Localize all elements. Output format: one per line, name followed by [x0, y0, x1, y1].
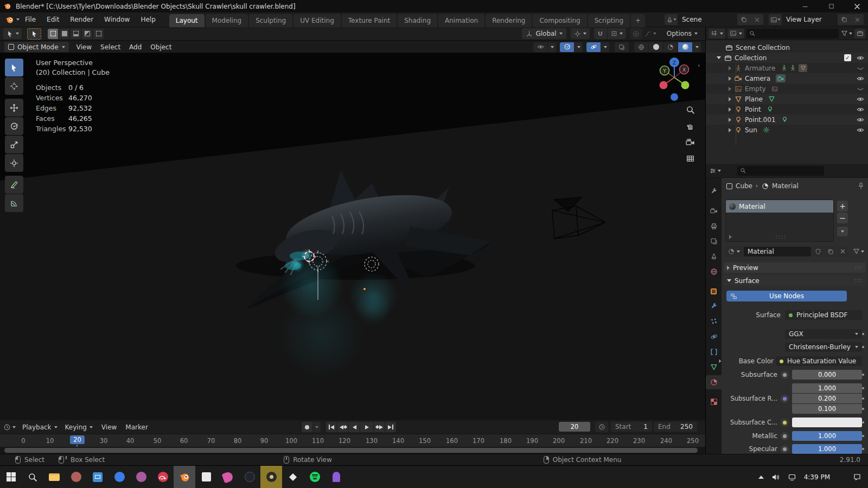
outliner-search[interactable] [746, 29, 839, 38]
maximize-button[interactable] [820, 0, 842, 12]
messenger-app-icon[interactable] [108, 466, 130, 488]
tool-rotate[interactable] [5, 117, 23, 135]
current-frame-field[interactable]: 20 [559, 422, 590, 432]
tool-transform[interactable] [5, 154, 23, 172]
auto-keying-dropdown[interactable] [313, 422, 321, 432]
add-workspace-button[interactable]: + [631, 14, 645, 27]
subsurface-method-dropdown[interactable]: Christensen-Burley [785, 342, 862, 352]
material-slot-selected[interactable]: Material [726, 200, 833, 213]
new-collection-button[interactable] [854, 29, 865, 38]
eye-open-icon[interactable] [857, 106, 864, 113]
eye-open-icon[interactable] [857, 54, 864, 62]
expand-icon[interactable] [729, 76, 731, 81]
taskbar-clock[interactable]: 4:39 PM [804, 473, 830, 481]
workspace-tab-animation[interactable]: Animation [438, 14, 484, 27]
prev-keyframe-button[interactable] [337, 422, 348, 432]
xray-toggle[interactable] [615, 42, 629, 52]
eye-closed-icon[interactable] [857, 85, 864, 93]
network-icon[interactable] [788, 473, 796, 481]
pan-view-icon[interactable] [686, 121, 695, 131]
viewport-menu-view[interactable]: View [72, 43, 96, 51]
mail-app-icon[interactable] [87, 466, 108, 488]
distribution-dropdown[interactable]: GGX [785, 329, 862, 339]
transform-orientation-dropdown[interactable]: Global [522, 28, 566, 39]
breadcrumb-datablock[interactable]: Material [772, 182, 799, 190]
select-mode-subtract[interactable] [71, 29, 81, 39]
camera-view-icon[interactable] [686, 138, 695, 147]
shading-material-button[interactable] [663, 42, 678, 52]
code-app-icon[interactable] [195, 466, 217, 488]
pivot-point-dropdown[interactable] [571, 28, 590, 39]
select-mode-intersect[interactable] [93, 29, 104, 39]
scrollbar-thumb[interactable] [4, 448, 698, 453]
viewport-menu-select[interactable]: Select [96, 43, 125, 51]
eye-closed-icon[interactable] [857, 65, 864, 72]
select-mode-set[interactable] [48, 29, 58, 39]
outliner-row-empty[interactable]: Empty [706, 84, 868, 94]
specular-socket-button[interactable] [781, 445, 789, 453]
3d-viewport[interactable]: User Perspective (20) Collection | Cube … [0, 53, 705, 420]
spotify-app-icon[interactable] [304, 466, 326, 488]
brush-app-icon[interactable] [217, 466, 239, 488]
outliner-row-scene-collection[interactable]: Scene Collection [706, 42, 868, 53]
tab-physics[interactable] [706, 330, 722, 344]
tool-scale[interactable] [5, 136, 23, 153]
start-frame-field[interactable]: Start1 [611, 422, 652, 432]
menu-help[interactable]: Help [135, 16, 161, 23]
radius-y-field[interactable]: 0.200 [792, 394, 862, 403]
hidden-icons-chevron[interactable] [758, 476, 764, 479]
outliner-display-mode-dropdown[interactable] [709, 29, 725, 38]
mode-dropdown[interactable]: Object Mode [4, 42, 69, 52]
jump-to-start-button[interactable] [326, 422, 337, 432]
material-name-field[interactable]: Material [744, 247, 811, 256]
pinterest-app-icon[interactable]: ⤼ [152, 466, 174, 488]
menu-file[interactable]: File [20, 16, 41, 23]
playhead-chip[interactable]: 20 [70, 435, 85, 444]
user-app-icon[interactable] [65, 466, 87, 488]
subsurface-color-swatch[interactable] [792, 418, 862, 427]
eye-open-icon[interactable] [857, 75, 864, 82]
sidebar-collapse-arrow[interactable]: ‹ [698, 62, 700, 69]
specular-slider[interactable]: 1.000 [792, 444, 862, 454]
tab-view-layer[interactable] [706, 234, 722, 248]
subsurface-color-socket-button[interactable] [781, 419, 789, 427]
radius-z-field[interactable]: 0.100 [792, 404, 862, 414]
scene-selector[interactable]: Scene [665, 14, 763, 25]
properties-editor-dropdown[interactable] [709, 167, 721, 175]
select-mode-extend[interactable] [59, 29, 69, 39]
eye-open-icon[interactable] [857, 95, 864, 103]
options-dropdown[interactable]: Options [667, 30, 698, 37]
workspace-tab-rendering[interactable]: Rendering [486, 14, 532, 27]
use-nodes-button[interactable]: Use Nodes [726, 291, 847, 301]
sparkle-app-icon[interactable] [282, 466, 304, 488]
timeline-ruler[interactable]: 0 10 20 30 40 50 60 70 80 90 100 110 120… [0, 434, 705, 447]
tab-scene[interactable] [706, 249, 722, 264]
workspace-tab-scripting[interactable]: Scripting [588, 14, 630, 27]
tweak-tool-button[interactable] [27, 28, 41, 40]
outliner-filter-id-dropdown[interactable] [727, 29, 744, 38]
expand-icon[interactable] [729, 128, 731, 132]
radius-x-field[interactable]: 1.000 [792, 383, 862, 393]
ortho-toggle-icon[interactable] [686, 154, 695, 163]
outliner-row-point001[interactable]: Point.001 [706, 114, 868, 125]
slot-list-expand-icon[interactable] [729, 235, 732, 239]
menu-edit[interactable]: Edit [41, 16, 65, 23]
tool-select-box[interactable] [5, 59, 23, 76]
pin-icon[interactable] [857, 182, 865, 190]
keying-menu[interactable]: Keying [65, 423, 93, 431]
gizmos-dropdown[interactable] [575, 42, 583, 52]
menu-render[interactable]: Render [65, 16, 99, 23]
visibility-dropdown[interactable] [548, 42, 556, 52]
tab-modifiers[interactable] [706, 299, 722, 313]
select-mode-invert[interactable] [82, 29, 92, 39]
tab-output[interactable] [706, 219, 722, 233]
notifications-icon[interactable] [853, 473, 861, 481]
gizmos-toggle[interactable] [560, 42, 574, 52]
overlays-toggle[interactable] [586, 42, 601, 52]
outliner-row-plane[interactable]: Plane [706, 94, 868, 104]
play-button[interactable] [360, 422, 373, 432]
next-keyframe-button[interactable] [374, 422, 385, 432]
blender-taskbar-icon[interactable] [174, 466, 195, 488]
slot-specials-dropdown[interactable] [837, 227, 848, 236]
properties-search-input[interactable] [748, 166, 808, 175]
